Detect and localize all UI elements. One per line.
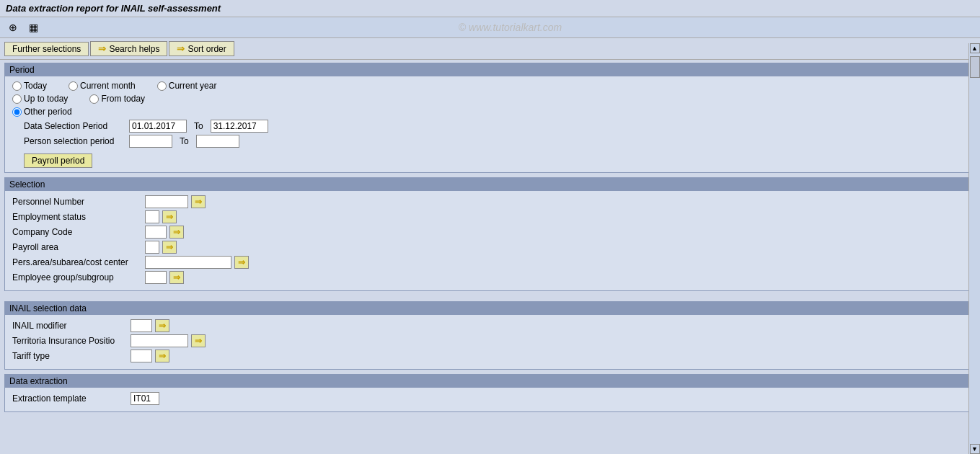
inail-section: INAIL selection data INAIL modifier ⇒ Te…	[4, 301, 976, 370]
radio-current-year[interactable]: Current year	[157, 81, 217, 91]
sap-icon[interactable]: ⊕	[6, 20, 20, 35]
territoria-insurance-row: Territoria Insurance Positio ⇒	[12, 334, 968, 347]
inail-modifier-arrow-btn[interactable]: ⇒	[155, 319, 169, 332]
payroll-area-label: Payroll area	[12, 242, 142, 252]
selection-section: Selection Personnel Number ⇒ Employment …	[4, 177, 976, 291]
data-selection-period-row: Data Selection Period To	[24, 120, 968, 133]
radio-current-month-label: Current month	[80, 81, 136, 91]
employment-status-label: Employment status	[12, 212, 142, 222]
title-bar: Data extraction report for INAIL self-as…	[0, 0, 980, 17]
company-code-arrow-btn[interactable]: ⇒	[169, 226, 184, 239]
company-code-label: Company Code	[12, 227, 142, 237]
sort-order-label: Sort order	[187, 44, 226, 54]
pers-area-label: Pers.area/subarea/cost center	[12, 257, 142, 267]
data-extraction-section-header: Data extraction	[5, 375, 975, 388]
tab-further-selections[interactable]: Further selections	[4, 42, 89, 56]
territoria-insurance-arrow-btn[interactable]: ⇒	[191, 334, 206, 347]
radio-up-to-today[interactable]: Up to today	[12, 94, 68, 104]
grid-icon[interactable]: ▦	[26, 20, 40, 35]
employment-status-arrow-btn[interactable]: ⇒	[162, 210, 177, 223]
radio-group-row3: Other period	[12, 107, 968, 117]
page-title: Data extraction report for INAIL self-as…	[6, 3, 221, 14]
tariff-type-label: Tariff type	[12, 351, 128, 361]
main-content: Period Today Current month Current yea	[0, 60, 980, 435]
scrollbar[interactable]: ▲ ▼	[968, 60, 980, 435]
radio-up-to-today-label: Up to today	[24, 94, 68, 104]
watermark: © www.tutorialkart.com	[46, 22, 974, 33]
payroll-area-arrow-btn[interactable]: ⇒	[162, 241, 177, 254]
inail-section-body: INAIL modifier ⇒ Territoria Insurance Po…	[5, 315, 975, 369]
employee-group-row: Employee group/subgroup ⇒	[12, 271, 968, 284]
inail-modifier-input[interactable]	[131, 319, 152, 332]
company-code-input[interactable]	[145, 226, 167, 239]
person-selection-to-input[interactable]	[196, 135, 239, 148]
selection-section-body: Personnel Number ⇒ Employment status ⇒ C…	[5, 191, 975, 290]
period-section: Period Today Current month Current yea	[4, 63, 976, 173]
data-selection-to-input[interactable]	[211, 120, 268, 133]
search-helps-label: Search helps	[109, 44, 159, 54]
sort-order-arrow-icon: ⇒	[177, 43, 185, 54]
radio-other-period-input[interactable]	[12, 107, 22, 117]
pers-area-arrow-btn[interactable]: ⇒	[234, 256, 249, 269]
territoria-insurance-input[interactable]	[131, 334, 188, 347]
company-code-row: Company Code ⇒	[12, 226, 968, 239]
payroll-period-button[interactable]: Payroll period	[24, 153, 92, 168]
radio-from-today-input[interactable]	[89, 94, 99, 104]
tariff-type-input[interactable]	[131, 350, 152, 362]
pers-area-row: Pers.area/subarea/cost center ⇒	[12, 256, 968, 269]
data-extraction-section: Data extraction Extraction template	[4, 374, 976, 412]
radio-from-today[interactable]: From today	[89, 94, 145, 104]
data-extraction-section-body: Extraction template	[5, 388, 975, 411]
radio-up-to-today-input[interactable]	[12, 94, 22, 104]
data-selection-from-input[interactable]	[129, 120, 187, 133]
personnel-number-label: Personnel Number	[12, 197, 142, 207]
personnel-number-arrow-btn[interactable]: ⇒	[191, 195, 206, 208]
inail-modifier-row: INAIL modifier ⇒	[12, 319, 968, 332]
radio-today-input[interactable]	[12, 81, 22, 91]
payroll-area-input[interactable]	[145, 241, 159, 254]
search-helps-arrow-icon: ⇒	[98, 43, 106, 54]
employee-group-input[interactable]	[145, 271, 167, 284]
radio-other-period[interactable]: Other period	[12, 107, 72, 117]
data-selection-to-label: To	[191, 121, 206, 131]
person-selection-period-row: Person selection period To	[24, 135, 968, 148]
radio-current-year-input[interactable]	[157, 81, 167, 91]
extraction-template-input[interactable]	[131, 392, 159, 405]
scroll-grip[interactable]	[970, 60, 980, 78]
radio-today[interactable]: Today	[12, 81, 47, 91]
extraction-template-row: Extraction template	[12, 392, 968, 405]
data-selection-label: Data Selection Period	[24, 121, 125, 131]
radio-today-label: Today	[24, 81, 47, 91]
radio-from-today-label: From today	[101, 94, 145, 104]
tab-bar: Further selections ⇒ Search helps ⇒ Sort…	[0, 38, 980, 60]
pers-area-input[interactable]	[145, 256, 231, 269]
tariff-type-row: Tariff type ⇒	[12, 350, 968, 362]
person-selection-from-input[interactable]	[129, 135, 172, 148]
territoria-insurance-label: Territoria Insurance Positio	[12, 336, 128, 346]
selection-section-header: Selection	[5, 178, 975, 191]
personnel-number-input[interactable]	[145, 195, 188, 208]
period-section-body: Today Current month Current year	[5, 76, 975, 172]
radio-group-row2: Up to today From today	[12, 94, 968, 104]
radio-current-month-input[interactable]	[69, 81, 78, 91]
further-selections-label: Further selections	[12, 44, 81, 54]
radio-current-month[interactable]: Current month	[69, 81, 136, 91]
employee-group-arrow-btn[interactable]: ⇒	[169, 271, 184, 284]
period-section-header: Period	[5, 63, 975, 76]
person-selection-label: Person selection period	[24, 136, 125, 146]
inail-section-header: INAIL selection data	[5, 302, 975, 315]
extraction-template-label: Extraction template	[12, 393, 128, 404]
tariff-type-arrow-btn[interactable]: ⇒	[155, 350, 169, 362]
personnel-number-row: Personnel Number ⇒	[12, 195, 968, 208]
person-selection-to-label: To	[177, 136, 192, 146]
radio-current-year-label: Current year	[169, 81, 217, 91]
tab-sort-order[interactable]: ⇒ Sort order	[169, 41, 234, 56]
employment-status-input[interactable]	[145, 210, 159, 223]
toolbar: ⊕ ▦ © www.tutorialkart.com	[0, 17, 980, 38]
inail-modifier-label: INAIL modifier	[12, 321, 128, 331]
tab-search-helps[interactable]: ⇒ Search helps	[90, 41, 167, 56]
payroll-area-row: Payroll area ⇒	[12, 241, 968, 254]
radio-other-period-label: Other period	[24, 107, 72, 117]
employee-group-label: Employee group/subgroup	[12, 272, 142, 282]
employment-status-row: Employment status ⇒	[12, 210, 968, 223]
